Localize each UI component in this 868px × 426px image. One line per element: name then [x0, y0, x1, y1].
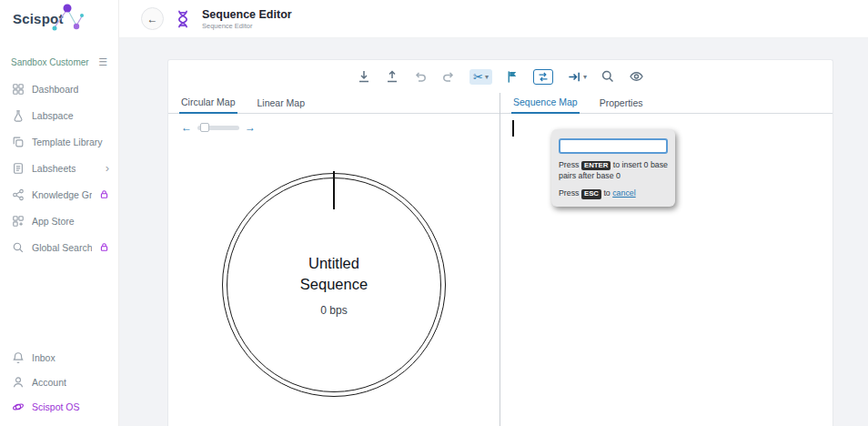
person-icon [11, 375, 25, 389]
sequence-size: 0 bps [320, 304, 347, 317]
main-area: ← Sequence Editor Sequence Editor [119, 0, 868, 426]
hint-text: Press [559, 160, 581, 169]
map-tabs: Circular Map Linear Map [168, 93, 500, 114]
insert-bases-popover: Press ENTER to insert 0 base pairs after… [551, 129, 675, 207]
molecule-logo-icon [47, 2, 86, 46]
sidebar-item-label: Dashboard [32, 84, 78, 95]
popover-enter-hint: Press ENTER to insert 0 base pairs after… [559, 159, 668, 182]
sequence-editor-card: ✂ ▾ ▾ [167, 59, 833, 426]
sidebar-item-label: Knowledge Graph [32, 189, 92, 200]
sidebar-item-inbox[interactable]: Inbox [0, 345, 118, 370]
bell-icon [11, 350, 25, 364]
hint-text: Press [559, 188, 581, 198]
sidebar-item-labsheets[interactable]: Labsheets › [0, 155, 118, 181]
sidebar-item-template-library[interactable]: Template Library [0, 128, 118, 155]
sidebar-item-label: Template Library [32, 137, 103, 147]
sidebar-footer: Inbox Account Scispot OS [0, 345, 118, 426]
caret-down-icon: ▾ [583, 73, 587, 81]
undo-button[interactable] [413, 69, 428, 84]
tab-sequence-map[interactable]: Sequence Map [511, 96, 580, 114]
lock-icon [99, 242, 109, 252]
dashboard-icon [11, 82, 25, 96]
tab-circular-map[interactable]: Circular Map [179, 96, 237, 114]
page-title: Sequence Editor [202, 8, 292, 21]
tab-properties[interactable]: Properties [598, 97, 645, 113]
sidebar-item-label: Global Search [32, 242, 92, 253]
sequence-name: Untitled Sequence [279, 253, 389, 294]
sidebar-item-app-store[interactable]: App Store [0, 208, 118, 234]
plasmid-circle[interactable]: Untitled Sequence 0 bps [222, 173, 446, 397]
search-button[interactable] [601, 69, 615, 84]
brand-logo[interactable]: Scispot [0, 0, 118, 47]
app-root: Scispot Sandbox Customer ☰ [0, 0, 868, 426]
sidebar-item-label: Account [32, 377, 66, 388]
scispot-os-icon [11, 400, 25, 413]
plasmid-center: Untitled Sequence 0 bps [223, 174, 445, 396]
global-search-icon [11, 240, 25, 254]
sidebar-item-scispot-os[interactable]: Scispot OS [0, 394, 118, 419]
map-pane: Circular Map Linear Map ← → [168, 93, 500, 426]
zoom-in-arrow[interactable]: → [245, 122, 256, 133]
popover-esc-hint: Press ESC to cancel [559, 188, 668, 199]
sidebar-item-labspace[interactable]: Labspace [0, 102, 118, 128]
sidebar-item-global-search[interactable]: Global Search [0, 234, 118, 260]
back-button[interactable]: ← [141, 7, 164, 30]
esc-key-badge: ESC [581, 189, 601, 199]
sidebar-item-label: Scispot OS [32, 401, 80, 412]
knowledge-graph-icon [11, 188, 25, 201]
hint-text: to [601, 188, 612, 198]
lock-icon [99, 189, 109, 199]
sidebar: Scispot Sandbox Customer ☰ [0, 0, 119, 426]
title-stack: Sequence Editor Sequence Editor [202, 8, 292, 30]
zoom-out-arrow[interactable]: ← [181, 122, 192, 133]
zoom-slider[interactable] [197, 126, 239, 130]
dna-icon [174, 9, 192, 29]
content-area: ✂ ▾ ▾ [119, 38, 868, 426]
workspace-row: Sandbox Customer ☰ [0, 47, 118, 76]
visibility-button[interactable] [629, 69, 644, 84]
sidebar-item-label: Inbox [32, 352, 56, 363]
annotate-flag-button[interactable] [506, 70, 520, 84]
plasmid-origin-tick [333, 171, 335, 209]
sidebar-item-dashboard[interactable]: Dashboard [0, 76, 118, 102]
sequence-pane: Sequence Map Properties Press ENTER to i… [500, 93, 833, 426]
page-header: ← Sequence Editor Sequence Editor [119, 0, 868, 38]
cancel-link[interactable]: cancel [612, 188, 635, 198]
chevron-right-icon: › [106, 162, 109, 174]
sidebar-item-label: Labsheets [32, 163, 76, 174]
workspace-name: Sandbox Customer [11, 57, 89, 67]
sidebar-nav: Dashboard Labspace Template Library Labs… [0, 76, 118, 260]
insert-bases-button[interactable]: ▾ [567, 70, 587, 84]
editor-panes: Circular Map Linear Map ← → [168, 93, 833, 426]
zoom-slider-thumb[interactable] [200, 123, 209, 132]
sidebar-item-account[interactable]: Account [0, 370, 118, 394]
download-button[interactable] [357, 69, 371, 84]
enter-key-badge: ENTER [581, 161, 611, 171]
sidebar-item-knowledge-graph[interactable]: Knowledge Graph [0, 181, 118, 208]
insert-bases-input[interactable] [559, 138, 668, 154]
caret-down-icon: ▾ [485, 73, 489, 81]
page-subtitle: Sequence Editor [202, 22, 292, 30]
cut-tool-button[interactable]: ✂ ▾ [469, 69, 492, 85]
scissors-icon: ✂ [473, 71, 483, 83]
flask-icon [11, 108, 25, 122]
upload-button[interactable] [385, 69, 399, 84]
text-cursor [512, 120, 514, 137]
sequence-tabs: Sequence Map Properties [500, 93, 833, 114]
labsheets-icon [11, 161, 25, 175]
sidebar-collapse-icon[interactable]: ☰ [98, 56, 107, 68]
redo-button[interactable] [441, 69, 456, 84]
sidebar-item-label: Labspace [32, 110, 74, 121]
editor-toolbar: ✂ ▾ ▾ [168, 60, 833, 93]
app-store-icon [11, 214, 25, 228]
sidebar-item-label: App Store [32, 216, 75, 227]
template-library-icon [11, 135, 25, 148]
tab-linear-map[interactable]: Linear Map [256, 97, 308, 113]
zoom-controls: ← → [168, 114, 500, 133]
swap-strands-button[interactable] [533, 69, 553, 85]
